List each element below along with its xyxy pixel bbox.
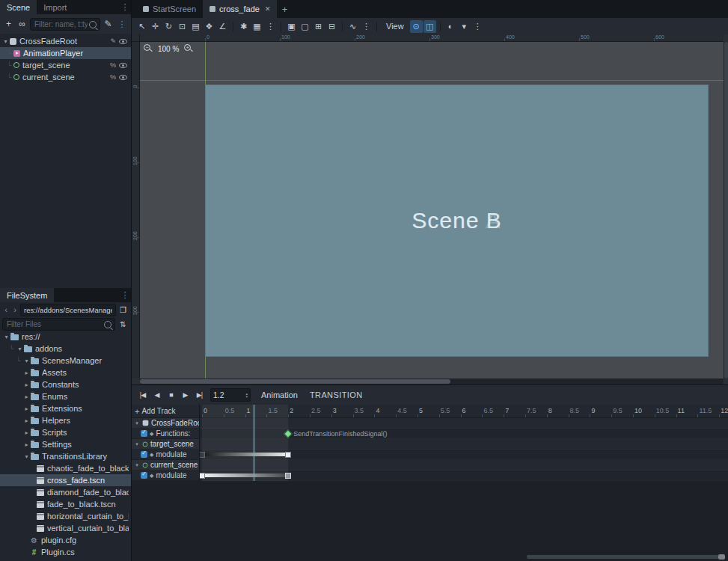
forward-icon[interactable]: › (11, 305, 19, 314)
expand-arrow-icon[interactable]: ▾ (1, 38, 10, 45)
expand-arrow-icon[interactable]: ▸ (22, 405, 31, 412)
filesystem-item[interactable]: ▸Scripts (0, 426, 131, 438)
track-enabled-checkbox[interactable] (141, 472, 147, 479)
filesystem-item[interactable]: ▸Constants (0, 378, 131, 390)
play-from-end-button[interactable]: ▶| (193, 389, 206, 402)
select-tool-icon[interactable]: ↖ (135, 20, 148, 33)
snap-toggle-2-icon[interactable]: ◫ (423, 20, 436, 33)
spinbox-arrows-icon[interactable]: ▴▾ (245, 392, 248, 398)
eye-icon[interactable] (119, 75, 127, 80)
filesystem-item[interactable]: ▾TransitionsLibrary (0, 450, 131, 462)
script-icon[interactable]: ✎ (110, 37, 116, 45)
panel-menu-icon[interactable]: ⋮ (119, 288, 131, 302)
anim-node-row[interactable]: ▾CrossFadeRoot (132, 418, 199, 429)
anim-track-lane[interactable] (200, 470, 728, 481)
tab-cross-fade[interactable]: cross_fade ✕ (203, 0, 277, 18)
anim-ruler[interactable]: 00.511.522.533.544.555.566.577.588.599.5… (200, 405, 728, 418)
play-backwards-button[interactable]: ◀ (150, 389, 163, 402)
keyframe-diamond[interactable] (284, 429, 293, 438)
snap-options-icon[interactable]: ⋮ (264, 20, 277, 33)
filter-files-input[interactable] (2, 318, 115, 331)
move-tool-icon[interactable]: ✛ (149, 20, 162, 33)
add-track-button[interactable]: + Add Track (135, 407, 175, 416)
scene-tree-item[interactable]: └current_scene% (0, 71, 131, 83)
filesystem-item[interactable]: chaotic_fade_to_black.tscn (0, 462, 131, 474)
filesystem-item[interactable]: ▸Extensions (0, 402, 131, 414)
track-enabled-checkbox[interactable] (141, 430, 147, 437)
filesystem-item[interactable]: ▸Helpers (0, 414, 131, 426)
expand-arrow-icon[interactable]: ▾ (16, 346, 24, 352)
back-icon[interactable]: ‹ (2, 305, 10, 314)
pan-icon[interactable]: ❖ (203, 20, 215, 33)
add-node-icon[interactable]: + (3, 18, 14, 30)
unlock-icon[interactable]: ▢ (299, 20, 311, 33)
expand-arrow-icon[interactable]: ▾ (22, 358, 31, 364)
sort-icon[interactable]: ⇅ (117, 318, 129, 330)
expand-arrow-icon[interactable]: ▾ (22, 453, 31, 460)
more-options-icon[interactable]: ⋮ (471, 20, 484, 33)
panel-menu-icon[interactable]: ⋮ (116, 19, 128, 29)
lock-icon[interactable]: ▣ (285, 20, 298, 33)
tab-filesystem[interactable]: FileSystem (0, 288, 54, 302)
new-scene-tab-button[interactable]: + (277, 0, 292, 18)
rotate-tool-icon[interactable]: ↻ (162, 20, 175, 33)
current-path-field[interactable] (20, 304, 116, 316)
group-icon[interactable]: ⊞ (312, 20, 325, 33)
canvas-workspace[interactable]: Scene A Scene B − 100 % + (140, 42, 724, 378)
expand-arrow-icon[interactable]: ▸ (22, 381, 31, 388)
zoom-out-icon[interactable]: − (144, 44, 153, 53)
skeleton-options-icon[interactable]: ⋮ (360, 20, 373, 33)
zoom-in-icon[interactable]: + (184, 44, 193, 53)
play-button[interactable]: ▶ (179, 389, 192, 402)
filesystem-item[interactable]: vertical_curtain_to_black.tscn (0, 522, 131, 534)
panel-menu-icon[interactable]: ⋮ (119, 0, 131, 14)
expand-arrow-icon[interactable]: ▾ (134, 420, 140, 426)
expand-arrow-icon[interactable]: ▸ (22, 441, 31, 448)
tab-scene[interactable]: Scene (0, 0, 37, 14)
anim-track-lane[interactable]: SendTransitionFinishedSignal() (200, 429, 728, 439)
filesystem-item[interactable]: diamond_fade_to_black.tscn (0, 486, 131, 498)
stop-button[interactable]: ■ (165, 389, 177, 402)
scene-tree-item[interactable]: ▾CrossFadeRoot✎ (0, 35, 131, 47)
anim-track-lane[interactable] (200, 450, 728, 460)
scale-tool-icon[interactable]: ⊡ (176, 20, 189, 33)
track-enabled-checkbox[interactable] (141, 451, 147, 458)
anim-track-lane[interactable] (200, 460, 728, 470)
ungroup-icon[interactable]: ⊟ (325, 20, 338, 33)
snap-toggle-1-icon[interactable]: ⊙ (410, 20, 423, 33)
viewport-hscrollbar[interactable] (140, 378, 724, 384)
filesystem-item[interactable]: horizontal_curtain_to_black.... (0, 510, 131, 522)
grid-snap-icon[interactable]: ▦ (251, 20, 263, 33)
expand-arrow-icon[interactable]: ▾ (134, 462, 140, 468)
anim-track-lane[interactable] (200, 418, 728, 429)
time-spinbox[interactable]: 1.2 ▴▾ (210, 388, 251, 402)
play-backwards-from-end-button[interactable]: |◀ (136, 389, 149, 402)
animation-name-dropdown[interactable]: TRANSITION (310, 390, 363, 399)
expand-arrow-icon[interactable]: ▾ (2, 334, 10, 340)
filesystem-item[interactable]: cross_fade.tscn (0, 474, 131, 486)
filesystem-item[interactable]: └▾ScenesManager (0, 355, 131, 367)
keyframe-square-gray[interactable] (285, 473, 291, 479)
expand-arrow-icon[interactable]: ▸ (22, 370, 31, 376)
eye-icon[interactable] (119, 39, 127, 44)
instance-scene-icon[interactable]: ∞ (16, 18, 28, 30)
anim-node-row[interactable]: ▾current_scene (132, 460, 199, 470)
filesystem-item[interactable]: fade_to_black.tscn (0, 498, 131, 510)
zoom-level[interactable]: 100 % (158, 45, 179, 53)
anim-property-row[interactable]: ◆modulate (132, 470, 199, 481)
anim-track-lane[interactable] (200, 439, 728, 450)
viewport-vscrollbar[interactable] (724, 42, 728, 378)
skeleton-icon[interactable]: ∿ (346, 20, 359, 33)
timeline-zoom-handle[interactable] (718, 554, 725, 560)
tab-import[interactable]: Import (37, 0, 73, 14)
animation-menu-button[interactable]: Animation (255, 390, 304, 399)
ruler-mode-icon[interactable]: ∠ (216, 20, 229, 33)
filesystem-item[interactable]: #Plugin.cs (0, 546, 131, 558)
expand-arrow-icon[interactable]: ▸ (22, 417, 31, 424)
keyframe-square-white[interactable] (285, 452, 291, 458)
onion-skin-icon[interactable]: ◐ (444, 20, 457, 33)
keyframe-square-dark[interactable] (199, 452, 205, 458)
filesystem-item[interactable]: ▾res:// (0, 331, 131, 343)
vscrollbar-handle[interactable] (724, 42, 728, 378)
eye-icon[interactable] (119, 63, 127, 68)
